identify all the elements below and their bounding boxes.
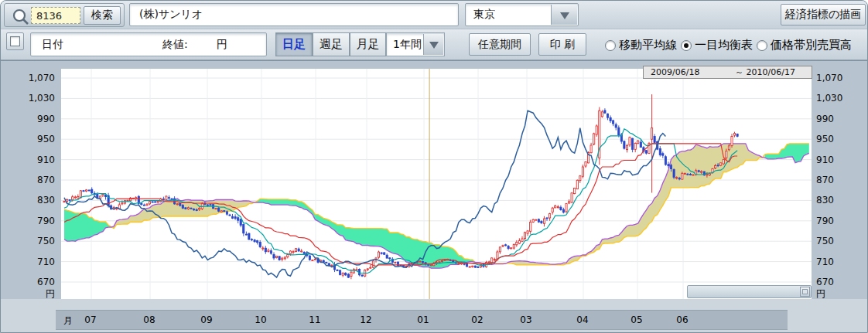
date-from: 2009/06/18 [651,67,699,77]
month-axis-strip: 月 070809101112010203040506 [56,310,788,330]
chart-scrollbar[interactable] [687,285,812,298]
month-tick-label: 11 [309,314,320,325]
exchange-select[interactable]: 東京 [465,3,579,26]
y-tick-label: 870 [1,175,55,185]
toolbar-top: 8136 検索 (株)サンリオ 東京 経済指標の描画 [1,1,867,29]
date-range-box: 2009/06/18 ～ 2010/06/17 [643,66,812,79]
month-tick-label: 08 [143,314,155,325]
yen-unit-left: 円 [1,287,55,301]
exchange-value: 東京 [473,8,495,22]
tab-daily[interactable]: 日足 [275,32,313,56]
draw-economic-indicators-button[interactable]: 経済指標の描画 [781,4,866,25]
y-tick-label: 1,070 [816,73,842,83]
y-tick-label: 790 [1,216,55,226]
scrollbar-button[interactable] [800,287,810,297]
custom-period-button[interactable]: 任意期間 [469,33,531,56]
y-tick-label: 950 [816,134,834,144]
chevron-down-icon[interactable] [551,5,577,25]
close-price-label: 終値: [162,38,188,52]
radio-ichimoku-label: 一目均衡表 [695,38,753,53]
yen-unit-right: 円 [816,287,825,301]
ichimoku-chart [61,69,812,299]
chart-panel: 1,0701,030990950910870830790750710670 1,… [1,60,867,332]
y-tick-label: 950 [1,134,55,144]
yen-label: 円 [217,38,227,52]
checkbox-box [10,36,20,46]
y-tick-label: 910 [816,155,834,165]
y-tick-label: 870 [816,175,834,185]
code-search-group: 8136 検索 [4,3,125,27]
month-tick-label: 10 [255,314,266,325]
radio-price-volume[interactable]: 価格帯別売買高 [757,38,852,53]
crosshair-checkbox[interactable] [6,32,24,50]
month-tick-label: 04 [576,314,588,325]
month-tick-label: 01 [417,314,429,325]
radio-moving-average-label: 移動平均線 [619,38,677,53]
period-select[interactable]: 1年間 [386,32,445,56]
y-tick-label: 670 [1,277,55,287]
y-tick-label: 910 [1,155,55,165]
radio-moving-average[interactable]: 移動平均線 [605,38,677,53]
chart-plot-area [61,69,812,299]
quote-readout-field: 日付 終値: 円 [30,32,267,56]
y-tick-label: 710 [816,257,834,267]
y-tick-label: 990 [816,114,834,124]
toolbar-bottom: 日付 終値: 円 日足 週足 月足 1年間 任意期間 印 刷 移動平均線 一目均… [1,29,867,60]
y-tick-label: 750 [816,236,834,246]
month-tick-label: 09 [200,314,212,325]
search-button[interactable]: 検索 [84,6,121,25]
month-tick-label: 02 [471,314,483,325]
y-tick-label: 1,030 [1,93,55,104]
period-value: 1年間 [393,38,422,52]
stock-code-input[interactable]: 8136 [31,7,80,24]
print-button[interactable]: 印 刷 [538,33,586,56]
search-icon [11,8,31,28]
month-tick-label: 12 [360,314,371,325]
y-tick-label: 750 [1,236,55,246]
month-tick-label: 06 [676,314,688,325]
y-tick-label: 830 [816,195,834,206]
tab-weekly[interactable]: 週足 [313,32,350,56]
y-tick-label: 670 [816,277,834,287]
radio-icon [605,40,616,51]
month-tick-label: 05 [630,314,642,325]
radio-ichimoku[interactable]: 一目均衡表 [681,38,753,53]
y-tick-label: 990 [1,114,55,124]
y-tick-label: 1,070 [1,73,55,83]
date-to: ～ 2010/06/17 [735,66,795,78]
tab-monthly[interactable]: 月足 [350,32,386,56]
radio-price-volume-label: 価格帯別売買高 [771,38,852,53]
date-label: 日付 [42,38,63,52]
stock-chart-window: 8136 検索 (株)サンリオ 東京 経済指標の描画 日付 終値: 円 日足 週… [0,0,868,333]
y-tick-label: 1,030 [816,93,842,104]
chevron-down-icon[interactable] [423,34,443,55]
month-tick-label: 03 [520,314,531,325]
y-tick-label: 710 [1,257,55,267]
stock-name-field[interactable]: (株)サンリオ [129,3,459,26]
radio-icon [757,40,767,51]
y-tick-label: 790 [816,216,834,226]
y-tick-label: 830 [1,195,55,206]
month-axis-label: 月 [63,314,73,328]
month-tick-label: 07 [84,314,96,325]
radio-selected-icon [681,40,692,51]
